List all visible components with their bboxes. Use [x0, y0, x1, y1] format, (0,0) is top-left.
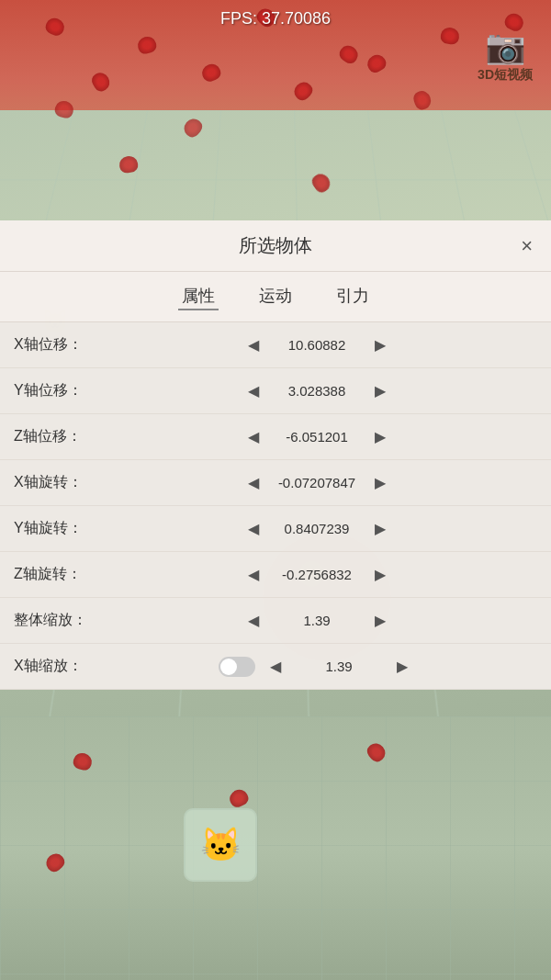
- z-translate-increase[interactable]: ▶: [367, 424, 393, 450]
- y-rotate-value: 0.8407239: [266, 521, 367, 536]
- x-rotate-decrease[interactable]: ◀: [241, 470, 266, 496]
- x-scale-decrease[interactable]: ◀: [263, 654, 288, 680]
- panel-title: 所选物体: [239, 233, 312, 258]
- overall-scale-increase[interactable]: ▶: [367, 608, 393, 634]
- panel-header: 所选物体 ×: [0, 220, 551, 272]
- y-translate-decrease[interactable]: ◀: [241, 378, 266, 404]
- x-translate-decrease[interactable]: ◀: [241, 332, 266, 358]
- prop-row-y-translate: Y轴位移： ◀ 3.028388 ▶: [0, 368, 551, 414]
- camera-icon: 📷: [478, 28, 533, 66]
- x-scale-value: 1.39: [288, 659, 389, 674]
- prop-row-x-rotate: X轴旋转： ◀ -0.07207847 ▶: [0, 460, 551, 506]
- cat-tile-icon: 🐱: [184, 808, 257, 882]
- prop-label-y-translate: Y轴位移：: [14, 381, 96, 400]
- prop-row-z-translate: Z轴位移： ◀ -6.051201 ▶: [0, 414, 551, 460]
- prop-row-y-rotate: Y轴旋转： ◀ 0.8407239 ▶: [0, 506, 551, 552]
- y-translate-increase[interactable]: ▶: [367, 378, 393, 404]
- prop-controls-x-rotate: ◀ -0.07207847 ▶: [96, 470, 537, 496]
- x-translate-increase[interactable]: ▶: [367, 332, 393, 358]
- x-scale-increase[interactable]: ▶: [389, 654, 415, 680]
- tab-attributes[interactable]: 属性: [178, 283, 219, 310]
- x-rotate-value: -0.07207847: [266, 475, 367, 490]
- z-rotate-increase[interactable]: ▶: [367, 562, 393, 588]
- prop-controls-y-translate: ◀ 3.028388 ▶: [96, 378, 537, 404]
- logo-text: 3D短视频: [478, 67, 533, 82]
- prop-label-y-rotate: Y轴旋转：: [14, 519, 96, 538]
- tab-motion[interactable]: 运动: [255, 283, 296, 310]
- prop-label-z-rotate: Z轴旋转：: [14, 565, 96, 584]
- x-scale-toggle[interactable]: [219, 657, 255, 677]
- prop-label-x-translate: X轴位移：: [14, 335, 96, 355]
- prop-row-overall-scale: 整体缩放： ◀ 1.39 ▶: [0, 598, 551, 644]
- fps-counter: FPS: 37.70086: [220, 9, 331, 28]
- overall-scale-decrease[interactable]: ◀: [241, 608, 266, 634]
- x-rotate-increase[interactable]: ▶: [367, 470, 393, 496]
- prop-controls-z-translate: ◀ -6.051201 ▶: [96, 424, 537, 450]
- y-rotate-increase[interactable]: ▶: [367, 516, 393, 542]
- z-rotate-decrease[interactable]: ◀: [241, 562, 266, 588]
- prop-row-x-scale: X轴缩放： ◀ 1.39 ▶: [0, 644, 551, 690]
- main-panel: 所选物体 × 属性 运动 引力 X轴位移： ◀ 10.60882 ▶ Y轴位移：…: [0, 220, 551, 690]
- logo-area: 📷 3D短视频: [478, 28, 533, 84]
- bottom-scene: 🐱: [0, 716, 551, 980]
- prop-label-z-translate: Z轴位移：: [14, 427, 96, 446]
- prop-controls-x-scale: ◀ 1.39 ▶: [96, 654, 537, 680]
- overall-scale-value: 1.39: [266, 613, 367, 628]
- tab-bar: 属性 运动 引力: [0, 272, 551, 322]
- properties-container: X轴位移： ◀ 10.60882 ▶ Y轴位移： ◀ 3.028388 ▶ Z轴…: [0, 322, 551, 690]
- fps-label: FPS:: [220, 9, 257, 28]
- y-translate-value: 3.028388: [266, 383, 367, 399]
- close-button[interactable]: ×: [521, 236, 533, 256]
- x-translate-value: 10.60882: [266, 337, 367, 353]
- prop-label-x-rotate: X轴旋转：: [14, 473, 96, 492]
- prop-controls-y-rotate: ◀ 0.8407239 ▶: [96, 516, 537, 542]
- z-translate-value: -6.051201: [266, 429, 367, 445]
- prop-row-z-rotate: Z轴旋转： ◀ -0.2756832 ▶: [0, 552, 551, 598]
- prop-controls-x-translate: ◀ 10.60882 ▶: [96, 332, 537, 358]
- z-translate-decrease[interactable]: ◀: [241, 424, 266, 450]
- prop-row-x-translate: X轴位移： ◀ 10.60882 ▶: [0, 322, 551, 368]
- tab-gravity[interactable]: 引力: [332, 283, 373, 310]
- z-rotate-value: -0.2756832: [266, 567, 367, 582]
- prop-label-x-scale: X轴缩放：: [14, 657, 96, 676]
- prop-controls-overall-scale: ◀ 1.39 ▶: [96, 608, 537, 634]
- prop-controls-z-rotate: ◀ -0.2756832 ▶: [96, 562, 537, 588]
- prop-label-overall-scale: 整体缩放：: [14, 611, 96, 630]
- y-rotate-decrease[interactable]: ◀: [241, 516, 266, 542]
- fps-value: 37.70086: [262, 9, 331, 28]
